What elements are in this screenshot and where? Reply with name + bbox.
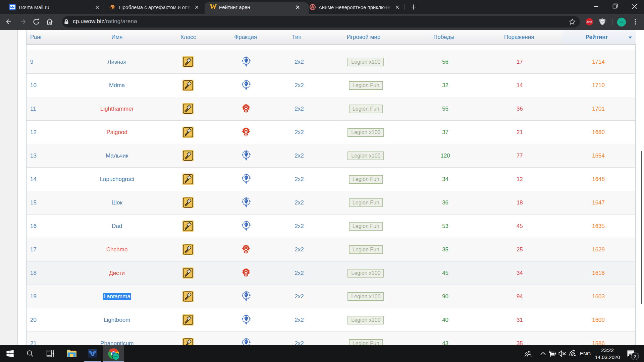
svg-text:ABP: ABP xyxy=(586,21,592,24)
svg-text:2: 2 xyxy=(634,354,636,359)
